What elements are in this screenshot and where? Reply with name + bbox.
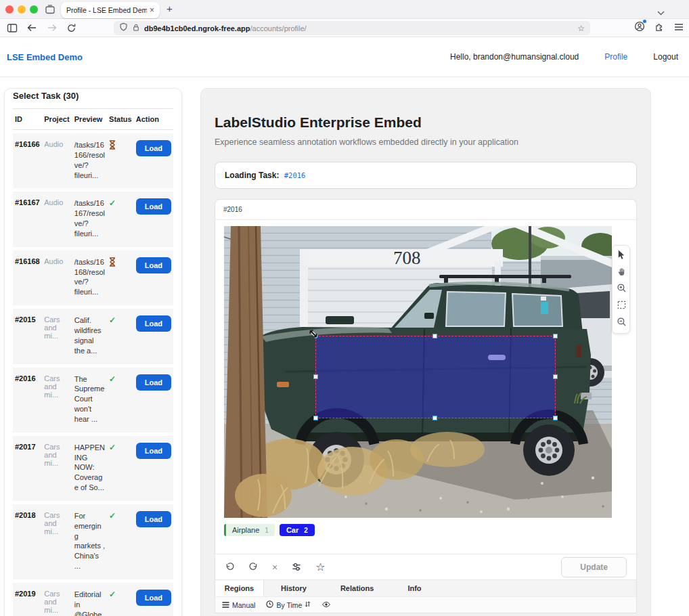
task-preview: /tasks/16168/resolve/?fileuri... xyxy=(72,250,107,305)
label-car-name: Car xyxy=(286,526,298,534)
task-id: #2018 xyxy=(13,504,42,579)
task-status: ✓ xyxy=(107,192,134,246)
task-status: ✓ xyxy=(107,368,134,433)
tab-relations[interactable]: Relations xyxy=(324,580,391,596)
bbox-handle[interactable] xyxy=(313,374,318,379)
tab-title: Profile - LSE Embed Demo xyxy=(66,6,147,14)
back-icon[interactable] xyxy=(27,24,37,32)
fit-screen-button[interactable] xyxy=(613,298,631,315)
forward-icon[interactable] xyxy=(47,24,57,32)
tab-overview-icon[interactable] xyxy=(45,4,55,18)
greeting-text: Hello, brandon@humansignal.cloud xyxy=(450,52,579,62)
task-row: #2018Cars and mi...For emerging markets … xyxy=(13,504,173,579)
load-button[interactable]: Load xyxy=(136,257,171,273)
load-button[interactable]: Load xyxy=(136,140,171,156)
tab-regions[interactable]: Regions xyxy=(215,580,264,596)
sidebar-toggle-icon[interactable] xyxy=(7,23,18,33)
task-id: #2017 xyxy=(13,436,42,501)
task-status: ✓ xyxy=(107,583,134,616)
redo-button[interactable] xyxy=(248,562,259,572)
panel-tabs: Regions History Relations Info xyxy=(215,579,636,596)
profile-link[interactable]: Profile xyxy=(604,52,627,62)
load-button[interactable]: Load xyxy=(136,198,171,215)
logout-link[interactable]: Logout xyxy=(653,52,678,62)
page-title: LabelStudio Enterprise Embed xyxy=(215,114,637,131)
load-button[interactable]: Load xyxy=(136,315,171,332)
undo-button[interactable] xyxy=(225,562,235,572)
list-tabs-chevron-icon[interactable] xyxy=(657,6,665,18)
lock-icon[interactable] xyxy=(132,22,140,35)
column-header-id: ID xyxy=(13,108,42,130)
brand-title: LSE Embed Demo xyxy=(7,52,83,62)
bbox-handle[interactable] xyxy=(553,334,558,338)
account-icon[interactable] xyxy=(634,21,645,35)
annotation-toolbar: × ☆ Update xyxy=(215,554,636,579)
load-button[interactable]: Load xyxy=(136,443,171,459)
task-id: #16166 xyxy=(13,133,42,188)
clock-icon xyxy=(266,600,273,609)
settings-sliders-icon[interactable] xyxy=(291,562,302,572)
site-header: LSE Embed Demo Hello, brandon@humansigna… xyxy=(0,37,689,76)
task-project: Cars and mi... xyxy=(42,368,72,433)
label-row: Airplane 1 Car 2 xyxy=(224,524,627,554)
tab-close-icon[interactable]: × xyxy=(150,5,154,15)
menu-icon[interactable] xyxy=(674,22,684,34)
sort-by-time-button[interactable]: By Time xyxy=(266,600,311,609)
task-list-panel: Select Task (30) ID Project Preview Stat… xyxy=(4,88,182,616)
task-row: #16166Audio/tasks/16166/resolve/?fileuri… xyxy=(13,133,173,188)
task-status xyxy=(107,133,134,188)
zoom-window-button[interactable] xyxy=(30,5,38,14)
tab-info[interactable]: Info xyxy=(391,580,438,596)
bbox-handle[interactable] xyxy=(432,334,437,338)
app-window: Profile - LSE Embed Demo × + db9e4b1c xyxy=(0,0,689,616)
column-header-action: Action xyxy=(134,108,173,130)
extensions-icon[interactable] xyxy=(654,22,665,35)
mouse-cursor-icon xyxy=(309,329,318,341)
select-tool-button[interactable] xyxy=(613,247,631,264)
shield-icon[interactable] xyxy=(119,22,128,35)
task-id: #2016 xyxy=(13,368,42,433)
check-icon: ✓ xyxy=(109,198,116,208)
update-button[interactable]: Update xyxy=(561,557,627,577)
check-icon: ✓ xyxy=(109,374,116,384)
label-car[interactable]: Car 2 xyxy=(280,524,315,536)
regions-subbar: Manual By Time xyxy=(215,596,636,613)
browser-tab[interactable]: Profile - LSE Embed Demo × xyxy=(61,2,160,18)
sort-by-time-label: By Time xyxy=(276,601,302,609)
new-tab-button[interactable]: + xyxy=(166,3,173,14)
minimize-window-button[interactable] xyxy=(18,5,26,14)
annotation-image[interactable]: 708 xyxy=(224,226,612,518)
url-bar[interactable]: db9e4b1cb0ed.ngrok-free.app/accounts/pro… xyxy=(114,21,590,35)
task-row: #2015Cars and mi...Calif. wildfires sign… xyxy=(13,309,173,364)
load-button[interactable]: Load xyxy=(136,511,171,527)
pointer-icon xyxy=(617,249,627,263)
check-icon: ✓ xyxy=(109,590,116,599)
car-bounding-box[interactable] xyxy=(315,336,556,418)
group-manual-button[interactable]: Manual xyxy=(222,601,255,609)
close-window-button[interactable] xyxy=(5,5,14,14)
task-project: Cars and mi... xyxy=(42,504,72,579)
zoom-out-button[interactable] xyxy=(613,315,631,332)
bbox-handle[interactable] xyxy=(432,416,437,420)
delete-region-button[interactable]: × xyxy=(272,562,277,573)
label-airplane[interactable]: Airplane 1 xyxy=(224,524,275,536)
bbox-handle[interactable] xyxy=(313,416,318,420)
toggle-visibility-button[interactable] xyxy=(321,601,331,609)
load-button[interactable]: Load xyxy=(136,590,171,606)
zoom-in-button[interactable] xyxy=(613,281,631,298)
eye-icon xyxy=(321,601,331,609)
load-button[interactable]: Load xyxy=(136,374,171,391)
task-preview: The Supreme Court won't hear ... xyxy=(72,368,107,433)
embed-demo-panel: LabelStudio Enterprise Embed Experience … xyxy=(200,88,651,616)
ground-truth-star-icon[interactable]: ☆ xyxy=(315,560,325,573)
tab-history[interactable]: History xyxy=(264,580,324,596)
task-list-title: Select Task (30) xyxy=(13,91,173,101)
bbox-handle[interactable] xyxy=(553,374,558,379)
task-project: Audio xyxy=(42,250,72,305)
zoom-out-icon xyxy=(617,317,627,330)
image-tools-panel xyxy=(612,245,630,334)
pan-tool-button[interactable] xyxy=(613,264,631,281)
bbox-handle[interactable] xyxy=(553,416,558,420)
bookmark-star-icon[interactable]: ☆ xyxy=(577,24,585,33)
reload-icon[interactable] xyxy=(66,23,76,33)
